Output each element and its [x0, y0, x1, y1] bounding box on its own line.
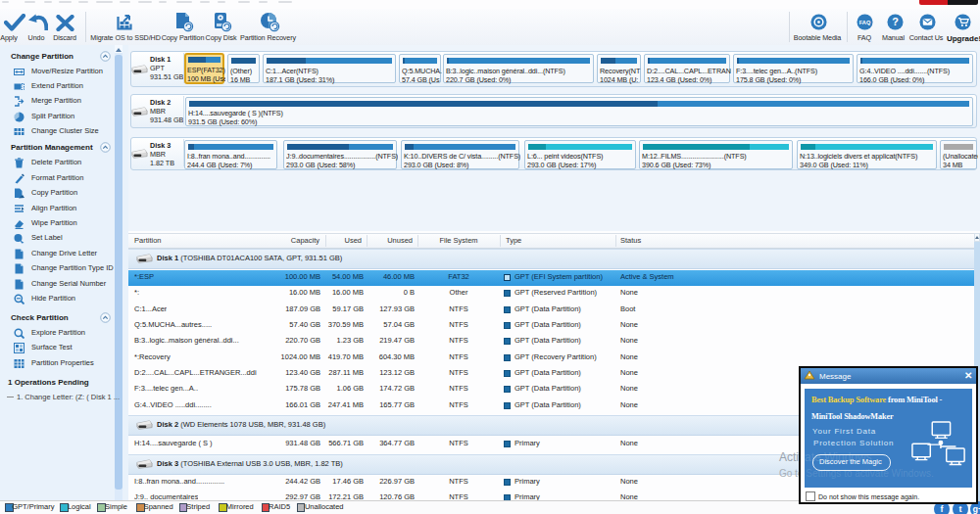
svg-text:?: ? [892, 16, 899, 27]
svg-text:FAQ: FAQ [858, 19, 870, 24]
